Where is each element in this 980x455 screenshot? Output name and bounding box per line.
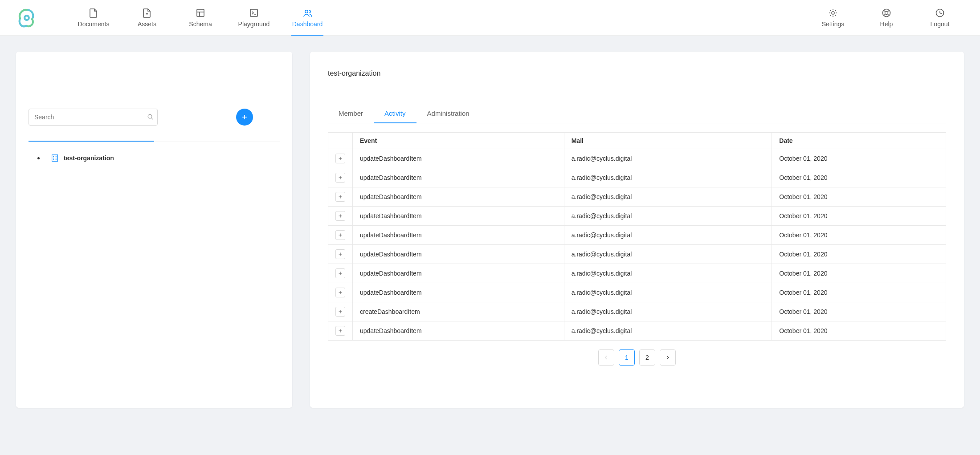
table-row: updateDashboardItem a.radic@cyclus.digit… [328,245,946,264]
layout-icon [196,8,205,18]
page-prev-button[interactable] [598,349,614,366]
nav-settings[interactable]: Settings [806,0,860,36]
nav-help[interactable]: Help [860,0,913,36]
cell-mail: a.radic@cyclus.digital [564,264,772,283]
main-panel: test-organization MemberActivityAdminist… [310,52,964,408]
expand-header [328,133,353,149]
nav-label: Playground [238,20,270,28]
expand-row-button[interactable] [335,307,345,317]
expand-row-button[interactable] [335,211,345,221]
column-header: Date [772,133,946,149]
search-input[interactable] [29,109,158,126]
table-row: updateDashboardItem a.radic@cyclus.digit… [328,168,946,187]
cell-date: October 01, 2020 [772,245,946,264]
org-tab-inactive[interactable] [154,129,280,142]
chevron-left-icon [603,354,609,361]
expand-row-button[interactable] [335,249,345,259]
tab-activity[interactable]: Activity [374,104,416,123]
cell-date: October 01, 2020 [772,207,946,226]
nav-schema[interactable]: Schema [174,0,227,36]
cell-mail: a.radic@cyclus.digital [564,187,772,207]
cell-event: updateDashboardItem [353,168,564,187]
cell-date: October 01, 2020 [772,168,946,187]
cell-event: updateDashboardItem [353,149,564,168]
cell-mail: a.radic@cyclus.digital [564,226,772,245]
page-next-button[interactable] [660,349,676,366]
expand-row-button[interactable] [335,326,345,336]
logout-icon [935,8,945,18]
cell-mail: a.radic@cyclus.digital [564,149,772,168]
bullet-icon [37,157,40,159]
page-1-button[interactable]: 1 [619,349,635,366]
column-header: Mail [564,133,772,149]
nav-documents[interactable]: Documents [67,0,120,36]
activity-table: EventMailDate updateDashboardItem a.radi… [328,132,946,341]
nav-label: Assets [138,20,156,28]
cell-event: updateDashboardItem [353,283,564,302]
cell-mail: a.radic@cyclus.digital [564,207,772,226]
column-header: Event [353,133,564,149]
cell-mail: a.radic@cyclus.digital [564,321,772,341]
organizations-panel: test-organization [16,52,292,408]
cell-event: createDashboardItem [353,302,564,321]
table-row: updateDashboardItem a.radic@cyclus.digit… [328,264,946,283]
help-icon [882,8,891,18]
nav-dashboard[interactable]: Dashboard [281,0,334,36]
nav-label: Schema [189,20,212,28]
org-item[interactable]: test-organization [37,154,280,162]
expand-row-button[interactable] [335,173,345,183]
cell-date: October 01, 2020 [772,149,946,168]
cell-mail: a.radic@cyclus.digital [564,245,772,264]
nav-logout[interactable]: Logout [913,0,967,36]
table-row: updateDashboardItem a.radic@cyclus.digit… [328,207,946,226]
table-row: updateDashboardItem a.radic@cyclus.digit… [328,187,946,207]
org-tab-active[interactable] [29,129,154,142]
top-nav: Documents Assets Schema Playground Dashb… [0,0,980,36]
nav-label: Dashboard [292,20,323,28]
search-icon [147,114,154,121]
cell-date: October 01, 2020 [772,302,946,321]
chevron-right-icon [665,354,671,361]
file-icon [89,8,98,18]
cell-date: October 01, 2020 [772,321,946,341]
org-tabbar [29,129,280,142]
terminal-icon [249,8,259,18]
plus-icon [241,113,249,121]
nav-assets[interactable]: Assets [120,0,174,36]
cell-event: updateDashboardItem [353,321,564,341]
cell-event: updateDashboardItem [353,264,564,283]
page-2-button[interactable]: 2 [639,349,655,366]
table-row: createDashboardItem a.radic@cyclus.digit… [328,302,946,321]
cell-event: updateDashboardItem [353,187,564,207]
cell-date: October 01, 2020 [772,283,946,302]
nav-playground[interactable]: Playground [227,0,281,36]
file-plus-icon [142,8,152,18]
nav-label: Documents [78,20,110,28]
expand-row-button[interactable] [335,230,345,240]
cell-event: updateDashboardItem [353,245,564,264]
page-title: test-organization [328,69,946,77]
expand-row-button[interactable] [335,192,345,202]
app-logo[interactable] [13,4,40,31]
table-row: updateDashboardItem a.radic@cyclus.digit… [328,149,946,168]
cell-mail: a.radic@cyclus.digital [564,168,772,187]
table-row: updateDashboardItem a.radic@cyclus.digit… [328,226,946,245]
table-row: updateDashboardItem a.radic@cyclus.digit… [328,321,946,341]
svg-point-9 [24,16,29,20]
add-organization-button[interactable] [236,109,253,126]
expand-row-button[interactable] [335,268,345,278]
nav-label: Logout [931,20,950,28]
tab-administration[interactable]: Administration [416,104,480,123]
cell-mail: a.radic@cyclus.digital [564,283,772,302]
cell-mail: a.radic@cyclus.digital [564,302,772,321]
expand-row-button[interactable] [335,154,345,163]
nav-label: Settings [822,20,845,28]
tab-member[interactable]: Member [328,104,374,123]
cell-event: updateDashboardItem [353,207,564,226]
expand-row-button[interactable] [335,288,345,297]
cell-date: October 01, 2020 [772,264,946,283]
org-name: test-organization [64,154,114,162]
users-icon [302,8,312,18]
building-icon [50,154,59,162]
gear-icon [828,8,838,18]
